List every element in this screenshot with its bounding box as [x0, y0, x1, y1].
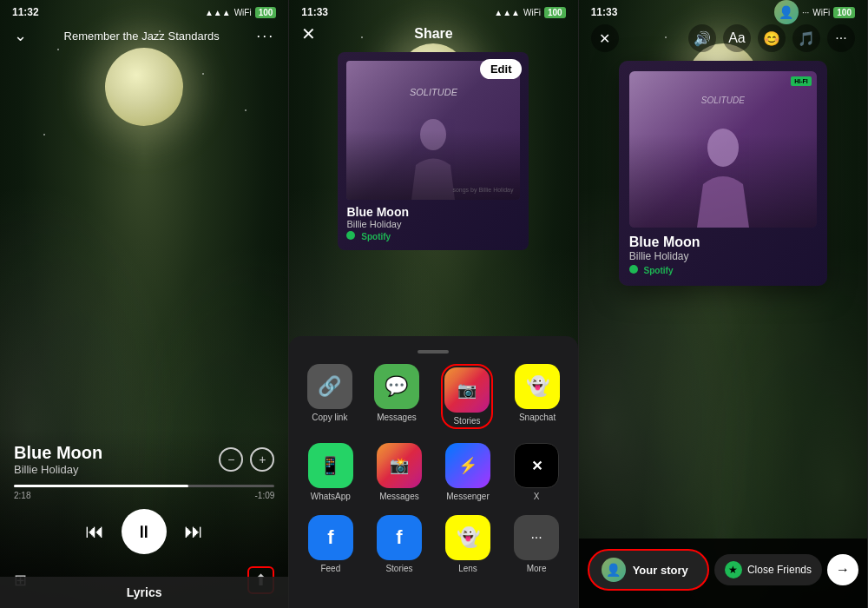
- snapchat-label: Snapchat: [519, 413, 556, 422]
- send-button[interactable]: →: [827, 554, 858, 585]
- your-story-label: Your story: [633, 564, 688, 577]
- more-icon: ···: [514, 515, 559, 560]
- status-time: 11:33: [301, 6, 328, 18]
- fb-feed-label: Feed: [320, 564, 340, 573]
- more-options-icon[interactable]: ···: [256, 27, 274, 45]
- album-title-overlay: SOLITUDE: [701, 96, 745, 105]
- more-label: More: [527, 564, 547, 573]
- ig-header-right: 🔊 Aa 😊 🎵 ···: [688, 24, 855, 52]
- copylink-icon: 🔗: [307, 364, 352, 409]
- emoji-icon[interactable]: 😊: [758, 24, 786, 52]
- share-row-1: 🔗 Copy link 💬 Messages 📷 Stories 👻 Snapc…: [296, 364, 570, 429]
- progress-fill: [14, 485, 188, 487]
- plus-button[interactable]: +: [250, 447, 274, 472]
- snapchat-icon: 👻: [515, 364, 560, 409]
- album-image: HI-FI SOLITUDE: [629, 71, 817, 228]
- music-icon[interactable]: 🎵: [792, 24, 820, 52]
- ig-share-bottom-bar: 👤 Your story ★ Close Friends →: [579, 539, 867, 608]
- instagram-icon: 📸: [377, 443, 422, 488]
- close-friends-button[interactable]: ★ Close Friends: [714, 554, 822, 585]
- wifi-icon: WiFi: [523, 8, 541, 17]
- progress-bar[interactable]: [14, 485, 274, 487]
- lens-label: Lens: [458, 564, 477, 573]
- previous-button[interactable]: ⏮: [85, 520, 104, 543]
- battery-indicator: 100: [833, 7, 855, 18]
- chevron-down-icon[interactable]: ⌄: [14, 26, 27, 45]
- share-item-ig-messages[interactable]: 📸 Messages: [377, 443, 422, 501]
- share-item-copylink[interactable]: 🔗 Copy link: [307, 364, 352, 429]
- text-icon[interactable]: Aa: [723, 24, 751, 52]
- messages-icon: 💬: [374, 364, 419, 409]
- signal-icon: ···: [802, 8, 809, 17]
- screen-instagram-share: 11:33 👤 ··· WiFi 100 ✕ 🔊 Aa 😊 🎵 ··· HI-F…: [579, 0, 868, 608]
- card-info: Blue Moon Billie Holiday Spotify: [346, 200, 520, 241]
- x-label: X: [534, 492, 540, 501]
- track-details: Blue Moon Billie Holiday: [14, 443, 102, 476]
- signal-icon: ▲▲▲: [205, 8, 231, 17]
- status-icons: ▲▲▲ WiFi 100: [494, 7, 565, 18]
- x-icon: ✕: [514, 443, 559, 488]
- share-item-stories-ig[interactable]: 📷 Stories: [441, 364, 493, 429]
- close-friends-label: Close Friends: [747, 564, 812, 576]
- screen-share: 11:33 ▲▲▲ WiFi 100 ✕ Share Edit HI-FI SO…: [289, 0, 578, 608]
- lyrics-label: Lyrics: [127, 585, 162, 599]
- fb-stories-label: Stories: [385, 564, 412, 573]
- share-item-snapchat[interactable]: 👻 Snapchat: [515, 364, 560, 429]
- pause-button[interactable]: ⏸: [122, 509, 167, 554]
- share-item-messenger[interactable]: ⚡ Messenger: [445, 443, 490, 501]
- your-story-button[interactable]: 👤 Your story: [588, 549, 709, 591]
- share-item-whatsapp[interactable]: 📱 WhatsApp: [308, 443, 353, 501]
- card-track-name: Blue Moon: [346, 205, 520, 219]
- share-item-lens[interactable]: 👻 Lens: [445, 515, 490, 573]
- wifi-icon: WiFi: [234, 8, 252, 17]
- close-button[interactable]: ✕: [301, 23, 316, 44]
- track-name: Blue Moon: [629, 235, 817, 250]
- card-info: Blue Moon Billie Holiday Spotify: [629, 228, 817, 275]
- next-button[interactable]: ⏭: [184, 520, 203, 543]
- share-item-x[interactable]: ✕ X: [514, 443, 559, 501]
- battery-indicator: 100: [255, 7, 277, 18]
- user-avatar: 👤: [774, 0, 799, 24]
- card-track-artist: Billie Holiday: [346, 219, 520, 229]
- time-elapsed: 2:18: [14, 491, 30, 500]
- status-time: 11:33: [591, 6, 618, 18]
- signal-icon: ▲▲▲: [494, 8, 520, 17]
- edit-button[interactable]: Edit: [480, 59, 523, 79]
- moon-decoration: [105, 48, 183, 126]
- spotify-dot-icon: [629, 265, 638, 274]
- minus-button[interactable]: −: [219, 447, 243, 472]
- share-row-2: 📱 WhatsApp 📸 Messages ⚡ Messenger ✕ X: [296, 443, 570, 501]
- messages-label: Messages: [377, 413, 417, 422]
- whatsapp-icon: 📱: [308, 443, 353, 488]
- close-button[interactable]: ✕: [591, 24, 619, 52]
- spotify-label: Spotify: [629, 265, 817, 275]
- messenger-icon: ⚡: [445, 443, 490, 488]
- share-item-more[interactable]: ··· More: [514, 515, 559, 573]
- status-icons: 👤 ··· WiFi 100: [774, 0, 855, 24]
- album-card: HI-FI SOLITUDE Blue Moon Billie Holiday …: [619, 61, 827, 286]
- sound-icon[interactable]: 🔊: [688, 24, 716, 52]
- copylink-label: Copy link: [312, 413, 347, 422]
- more-options-icon[interactable]: ···: [827, 24, 855, 52]
- status-bar: 11:32 ▲▲▲ WiFi 100: [0, 0, 288, 24]
- track-info: Blue Moon Billie Holiday − +: [14, 443, 274, 476]
- ig-share-card: HI-FI SOLITUDE Blue Moon Billie Holiday …: [619, 61, 827, 286]
- share-sheet: 🔗 Copy link 💬 Messages 📷 Stories 👻 Snapc…: [289, 336, 577, 608]
- wifi-icon: WiFi: [812, 8, 830, 17]
- lyrics-tab[interactable]: Lyrics: [0, 577, 288, 608]
- status-bar: 11:33 👤 ··· WiFi 100: [579, 0, 867, 24]
- svg-point-0: [420, 119, 446, 150]
- svg-point-1: [707, 129, 739, 167]
- share-item-messages[interactable]: 💬 Messages: [374, 364, 419, 429]
- share-header: ✕ Share: [289, 26, 577, 42]
- share-item-fb-stories[interactable]: f Stories: [377, 515, 422, 573]
- track-artist: Billie Holiday: [629, 250, 817, 262]
- album-card: HI-FI SOLITUDE songs by Billie Holiday B…: [338, 52, 529, 250]
- share-item-fb-feed[interactable]: f Feed: [308, 515, 353, 573]
- status-icons: ▲▲▲ WiFi 100: [205, 7, 276, 18]
- progress-times: 2:18 -1:09: [14, 491, 274, 500]
- status-bar: 11:33 ▲▲▲ WiFi 100: [289, 0, 577, 24]
- card-spotify-label: Spotify: [346, 231, 520, 241]
- spotify-dot-icon: [346, 231, 355, 240]
- track-controls-right: − +: [219, 447, 274, 472]
